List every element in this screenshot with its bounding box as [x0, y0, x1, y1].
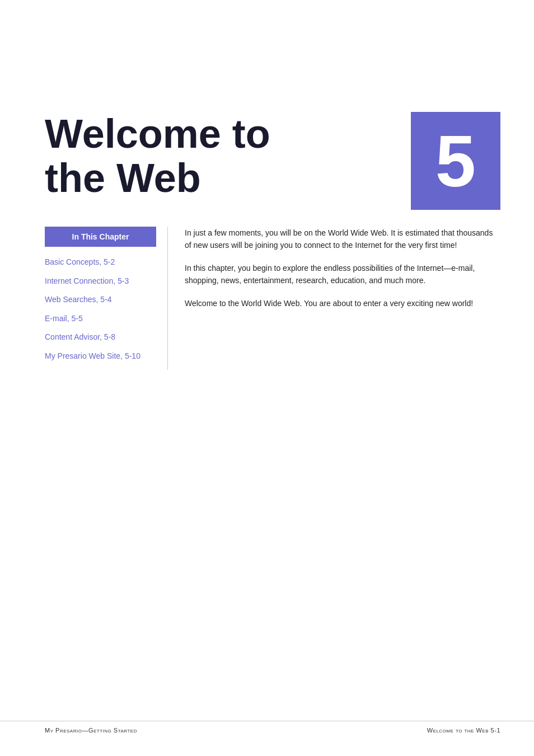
toc-item-5[interactable]: Content Advisor, 5-8 — [45, 332, 156, 343]
content-area: In just a few moments, you will be on th… — [168, 227, 500, 370]
top-space — [0, 0, 534, 112]
main-content: In This Chapter Basic Concepts, 5-2 Inte… — [0, 227, 534, 370]
toc-item-2[interactable]: Internet Connection, 5-3 — [45, 276, 156, 287]
toc-item-6[interactable]: My Presario Web Site, 5-10 — [45, 351, 156, 362]
in-this-chapter-header: In This Chapter — [45, 227, 156, 247]
footer-right-text: Welcome to the Web 5-1 — [427, 727, 500, 734]
chapter-title: Welcome to the Web — [45, 112, 400, 200]
paragraph-3: Welcome to the World Wide Web. You are a… — [185, 297, 500, 309]
toc-item-4[interactable]: E-mail, 5-5 — [45, 313, 156, 325]
chapter-number: 5 — [435, 125, 476, 198]
title-section: Welcome to the Web 5 — [0, 112, 534, 210]
toc-item-3[interactable]: Web Searches, 5-4 — [45, 294, 156, 306]
paragraph-2: In this chapter, you begin to explore th… — [185, 262, 500, 287]
toc-item-1[interactable]: Basic Concepts, 5-2 — [45, 257, 156, 268]
paragraph-1: In just a few moments, you will be on th… — [185, 227, 500, 252]
chapter-number-box: 5 — [411, 112, 500, 210]
footer: My Presario—Getting Started Welcome to t… — [0, 721, 534, 734]
page: Welcome to the Web 5 In This Chapter Bas… — [0, 0, 534, 756]
chapter-title-line2: the Web — [45, 156, 201, 200]
chapter-title-line1: Welcome to — [45, 111, 270, 156]
sidebar: In This Chapter Basic Concepts, 5-2 Inte… — [45, 227, 168, 370]
footer-left-text: My Presario—Getting Started — [45, 727, 137, 734]
